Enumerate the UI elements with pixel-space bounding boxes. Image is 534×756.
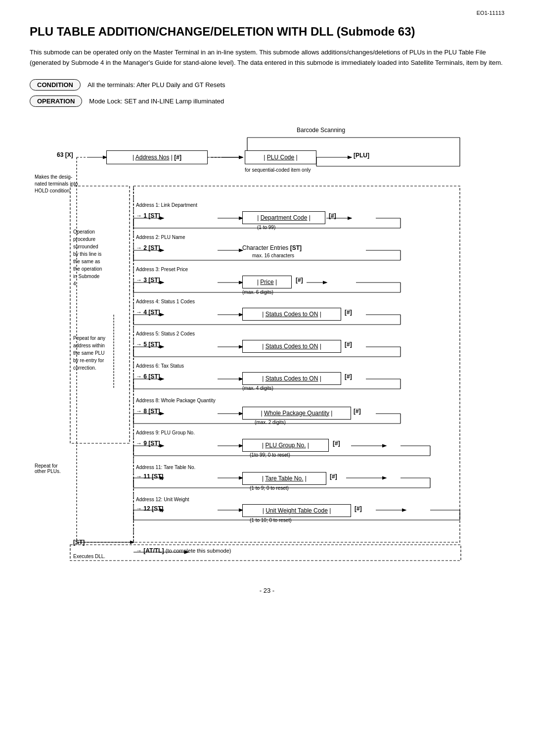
addr11-step: → 11 [ST] [136, 473, 163, 480]
plu-button-label: [PLU] [354, 152, 369, 159]
addr9-note: (1to 99; 0 to reset) [250, 452, 290, 458]
addr5-step: → 5 [ST] [136, 341, 160, 348]
addr12-label: Address 12: Unit Weight [136, 497, 189, 502]
addr2-output: Character Entries [ST] [242, 244, 302, 251]
svg-rect-83 [70, 545, 461, 561]
addr11-note: (1 to 9; 0 to reset) [250, 485, 289, 491]
condition-badge: CONDITION [30, 79, 81, 91]
page-title: PLU TABLE ADDITION/CHANGE/DELETION WITH … [30, 25, 504, 39]
addr1-step: → 1 [ST] [136, 212, 160, 219]
addr4-hash: [#] [345, 309, 352, 316]
addr2-note: max. 16 characters [252, 253, 294, 258]
addr12-step: → 12 [ST] [136, 505, 163, 512]
address-nos-box: | Address Nos | [#] [106, 150, 208, 164]
addr5-label: Address 5: Status 2 Codes [136, 331, 195, 336]
addr1-output: | Department Code | [242, 211, 325, 224]
address-nos-text: | Address Nos | [#] [133, 154, 181, 161]
addr12-note: (1 to 10; 0 to reset) [250, 518, 292, 523]
addr6-step: → 6 [ST] [136, 373, 160, 380]
plu-code-box: | PLU Code | [245, 150, 316, 164]
barcode-scanning-label: Barcode Scanning [297, 127, 345, 134]
executes-note: Executes DLL. [73, 554, 105, 559]
addr1-note: (1 to 99) [257, 225, 275, 230]
condition-text: All the terminals: After PLU Daily and G… [88, 81, 225, 89]
at-tl-label: → [AT/TL] (to complete this submode) [136, 547, 231, 554]
addr6-hash: [#] [345, 373, 352, 380]
addr3-note: (max. 6 digits) [242, 289, 273, 295]
addr9-step: → 9 [ST] [136, 440, 160, 447]
addr5-output: | Status Codes to ON | [242, 340, 341, 353]
addr6-label: Address 6: Tax Status [136, 363, 184, 369]
addr4-output: | Status Codes to ON | [242, 308, 341, 321]
intro-text: This submode can be operated only on the… [30, 47, 504, 68]
addr1-hash: [#] [329, 212, 336, 219]
addr11-hash: [#] [330, 473, 337, 480]
addr8-note: (max. 2 digits) [255, 420, 286, 425]
addr8-step: → 8 [ST] [136, 408, 160, 415]
addr8-hash: [#] [354, 408, 361, 415]
addr3-label: Address 3: Preset Price [136, 267, 188, 272]
addr8-label: Address 8: Whole Package Quantity [136, 398, 216, 403]
page-number: - 23 - [30, 587, 504, 594]
operation-badge: OPERATION [30, 95, 82, 107]
addr4-step: → 4 [ST] [136, 309, 160, 316]
addr11-label: Address 11: Tare Table No. [136, 465, 195, 470]
addr11-output: | Tare Table No. | [242, 472, 326, 485]
repeat-note: Pepeat for anyaddress withinthe same PLU… [73, 334, 130, 372]
operation-row: OPERATION Mode Lock: SET and IN-LINE Lam… [30, 95, 504, 107]
sequential-note: for sequential-coded item only [245, 167, 311, 173]
doc-number: EO1-11113 [477, 10, 504, 16]
addr1-label: Address 1: Link Department [136, 202, 197, 208]
operation-note: Operationproceduresurroundedby this line… [73, 228, 128, 287]
addr3-hash: [#] [296, 277, 303, 284]
addr12-hash: [#] [355, 505, 362, 512]
addr2-step: → 2 [ST] [136, 244, 160, 251]
start-label: 63 [X] [57, 151, 73, 158]
addr6-output: | Status Codes to ON | [242, 372, 341, 385]
repeat-other-note: Repeat forother PLUs. [35, 463, 61, 474]
addr8-output: | Whole Package Quantity | [242, 407, 351, 420]
plu-code-text: | PLU Code | [264, 154, 297, 161]
addr3-output: | Price | [242, 276, 292, 288]
condition-row: CONDITION All the terminals: After PLU D… [30, 79, 504, 91]
svg-rect-12 [70, 186, 130, 443]
operation-text: Mode Lock: SET and IN-LINE Lamp illumina… [89, 97, 224, 105]
addr9-output: | PLU Group No. | [242, 439, 329, 452]
addr6-note: (max. 4 digits) [242, 385, 273, 391]
addr9-hash: [#] [333, 440, 340, 447]
page: EO1-11113 PLU TABLE ADDITION/CHANGE/DELE… [0, 0, 534, 624]
addr5-hash: [#] [345, 341, 352, 348]
addr4-label: Address 4: Status 1 Codes [136, 299, 195, 304]
hold-note: Makes the desig-nated terminals intoHOLD… [35, 174, 82, 194]
addr2-label: Address 2: PLU Name [136, 235, 185, 240]
addr3-step: → 3 [ST] [136, 277, 160, 284]
addr9-label: Address 9: PLU Group No. [136, 430, 195, 435]
addr12-output: | Unit Weight Table Code | [242, 504, 351, 517]
diagram-area: Barcode Scanning 63 [X] | Address Nos | … [30, 122, 504, 567]
st-label: [ST] [73, 539, 85, 546]
